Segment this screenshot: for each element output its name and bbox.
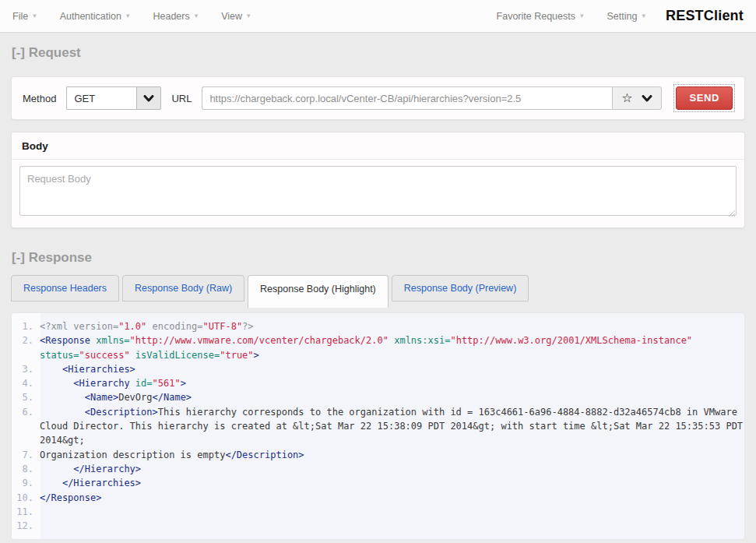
menu-favorite-requests-label: Favorite Requests bbox=[497, 11, 575, 22]
code-content: </Response> bbox=[40, 491, 744, 505]
chevron-down-icon[interactable] bbox=[136, 86, 161, 110]
menu-favorite-requests[interactable]: Favorite Requests ▾ bbox=[497, 11, 584, 22]
method-label: Method bbox=[23, 93, 56, 104]
code-line: 1.<?xml version="1.0" encoding="UTF-8"?> bbox=[12, 319, 744, 333]
code-line: 7.Organization description is empty</Des… bbox=[12, 448, 744, 462]
line-number: 9. bbox=[12, 476, 40, 490]
send-button-focus-ring: SEND bbox=[673, 84, 735, 112]
url-label: URL bbox=[171, 93, 192, 104]
menu-authentication[interactable]: Authentication ▾ bbox=[60, 11, 130, 22]
caret-down-icon: ▾ bbox=[642, 12, 645, 19]
code-line: 12. bbox=[12, 519, 744, 533]
url-actions: ☆ bbox=[612, 86, 662, 110]
line-number: 12. bbox=[12, 519, 40, 533]
menu-view[interactable]: View ▾ bbox=[221, 11, 250, 22]
line-number: 1. bbox=[12, 319, 40, 333]
menu-file-label: File bbox=[12, 11, 28, 22]
code-content: <Description>This hierarchy corresponds … bbox=[40, 405, 744, 448]
code-line: 4. <Hierarchy id="561"> bbox=[12, 376, 744, 390]
line-number: 11. bbox=[12, 505, 40, 519]
request-body-panel: Body bbox=[11, 132, 745, 228]
tab-response-headers[interactable]: Response Headers bbox=[11, 275, 119, 301]
caret-down-icon: ▾ bbox=[195, 12, 199, 19]
code-line: 11. bbox=[12, 505, 744, 519]
body-title: Body bbox=[12, 132, 744, 160]
code-line: 5. <Name>DevOrg</Name> bbox=[12, 390, 744, 404]
app-logo: RESTClient bbox=[666, 8, 744, 24]
menu-setting[interactable]: Setting ▾ bbox=[607, 11, 645, 22]
request-body-textarea[interactable] bbox=[19, 166, 737, 216]
caret-down-icon: ▾ bbox=[247, 12, 251, 19]
star-icon[interactable]: ☆ bbox=[621, 92, 632, 104]
code-line: 3. <Hierarchies> bbox=[12, 362, 744, 376]
response-body-highlight-panel: 1.<?xml version="1.0" encoding="UTF-8"?>… bbox=[11, 312, 745, 540]
request-section-title[interactable]: [-] Request bbox=[12, 45, 744, 61]
menu-file[interactable]: File ▾ bbox=[12, 11, 37, 22]
line-number: 7. bbox=[12, 448, 40, 462]
code-content: <Hierarchy id="561"> bbox=[40, 376, 744, 390]
top-menu-bar: File ▾ Authentication ▾ Headers ▾ View ▾… bbox=[0, 0, 756, 33]
code-line: 8. </Hierarchy> bbox=[12, 462, 744, 476]
code-content bbox=[40, 505, 744, 519]
method-select[interactable]: GET bbox=[66, 86, 161, 110]
code-content: <Hierarchies> bbox=[40, 362, 744, 376]
code-content: </Hierarchies> bbox=[40, 476, 744, 490]
code-content: Organization description is empty</Descr… bbox=[40, 448, 744, 462]
request-panel: Method GET URL ☆ SEND bbox=[11, 76, 745, 120]
response-section-title[interactable]: [-] Response bbox=[12, 250, 744, 266]
line-number: 6. bbox=[12, 405, 40, 448]
line-number: 5. bbox=[12, 390, 40, 404]
body-area bbox=[19, 166, 737, 219]
line-number: 8. bbox=[12, 462, 40, 476]
code-lines: 1.<?xml version="1.0" encoding="UTF-8"?>… bbox=[12, 319, 744, 533]
line-number: 2. bbox=[12, 333, 40, 362]
menu-headers-label: Headers bbox=[153, 11, 189, 22]
caret-down-icon: ▾ bbox=[126, 12, 130, 19]
line-number: 4. bbox=[12, 376, 40, 390]
menu-headers[interactable]: Headers ▾ bbox=[153, 11, 198, 22]
send-button[interactable]: SEND bbox=[676, 86, 733, 110]
menu-setting-label: Setting bbox=[607, 11, 638, 22]
tab-response-body-raw[interactable]: Response Body (Raw) bbox=[122, 275, 244, 301]
response-tabs: Response HeadersResponse Body (Raw)Respo… bbox=[11, 275, 745, 308]
url-history-chevron-down-icon[interactable] bbox=[642, 95, 652, 102]
code-content bbox=[40, 519, 744, 533]
code-content: <Name>DevOrg</Name> bbox=[40, 390, 744, 404]
method-select-value[interactable]: GET bbox=[66, 86, 136, 110]
url-input[interactable] bbox=[202, 86, 612, 110]
code-line: 9. </Hierarchies> bbox=[12, 476, 744, 490]
tab-response-body-preview[interactable]: Response Body (Preview) bbox=[392, 275, 529, 301]
caret-down-icon: ▾ bbox=[33, 12, 37, 19]
menu-view-label: View bbox=[221, 11, 242, 22]
code-content: <Response xmlns="http://www.vmware.com/v… bbox=[40, 333, 744, 362]
code-line: 10.</Response> bbox=[12, 491, 744, 505]
code-content: <?xml version="1.0" encoding="UTF-8"?> bbox=[40, 319, 744, 333]
caret-down-icon: ▾ bbox=[580, 12, 584, 19]
code-line: 6. <Description>This hierarchy correspon… bbox=[12, 405, 744, 448]
line-number: 10. bbox=[12, 491, 40, 505]
menu-authentication-label: Authentication bbox=[60, 11, 121, 22]
code-line: 2.<Response xmlns="http://www.vmware.com… bbox=[12, 333, 744, 362]
line-number: 3. bbox=[12, 362, 40, 376]
code-content: </Hierarchy> bbox=[40, 462, 744, 476]
tab-response-body-highlight[interactable]: Response Body (Highlight) bbox=[248, 275, 389, 308]
